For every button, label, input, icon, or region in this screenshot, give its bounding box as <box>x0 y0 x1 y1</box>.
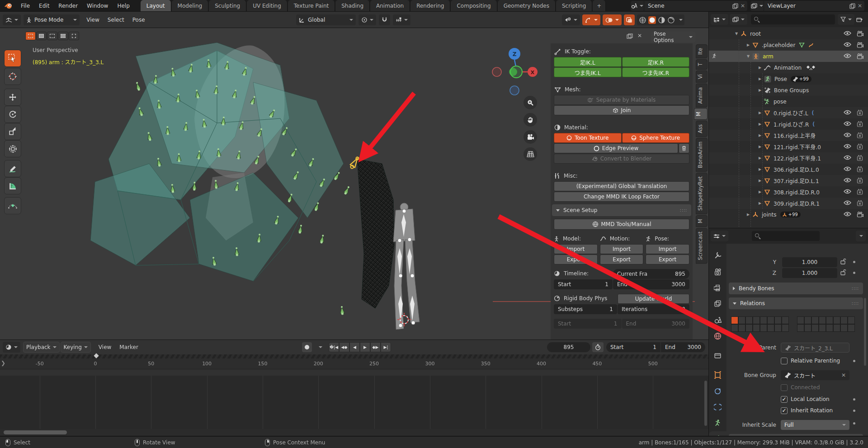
tool-pose-breakdowner[interactable] <box>4 197 21 214</box>
hide-eye-icon[interactable] <box>844 53 851 59</box>
outliner-row[interactable]: ▶116.rigid.上半身 <box>709 130 868 141</box>
hide-eye-icon[interactable] <box>844 121 851 127</box>
render-disabled-icon[interactable] <box>857 121 863 127</box>
outliner-display-mode-dropdown[interactable] <box>711 14 728 25</box>
properties-tab-bone[interactable] <box>709 431 726 436</box>
outliner-item-label[interactable]: pose <box>774 99 787 105</box>
workspace-tab[interactable]: UV Editing <box>247 0 288 12</box>
properties-tab-viewlayer[interactable] <box>709 296 726 311</box>
bone-layer-cell[interactable] <box>753 316 760 324</box>
ik-leg-r-button[interactable]: 足IK.R <box>622 57 690 67</box>
bone-layer-cell[interactable] <box>848 324 855 332</box>
outliner-row[interactable]: ▶.placeholder <box>709 39 868 51</box>
tool-transform[interactable] <box>4 140 21 157</box>
topbar-menu-item[interactable]: Help <box>113 0 134 12</box>
snap-magnet-icon[interactable] <box>379 14 390 25</box>
scene-unlink-icon[interactable]: ✕ <box>738 3 747 9</box>
workspace-tab[interactable]: Texture Paint <box>288 0 335 12</box>
disclosure-icon[interactable]: ▶ <box>758 190 762 194</box>
bone-layer-cell[interactable] <box>826 316 833 324</box>
outliner-search-input[interactable] <box>751 14 835 24</box>
npanel-tab[interactable]: M <box>694 108 708 120</box>
separate-by-materials-button[interactable]: Separate by Materials <box>554 95 689 105</box>
disclosure-icon[interactable]: ▼ <box>746 54 750 58</box>
play-button[interactable]: ▶ <box>360 342 370 352</box>
bone-group-field[interactable]: スカート ✕ <box>781 370 849 380</box>
viewport-menu-item[interactable]: Select <box>104 17 128 23</box>
timeline-vscrollbar[interactable] <box>704 381 707 426</box>
timeline-tracks[interactable] <box>0 376 709 429</box>
timeline-view-menu[interactable]: View <box>94 344 115 350</box>
mmd-manual-button[interactable]: MMD Tools/Manual <box>554 219 689 230</box>
parent-field[interactable]: スカート_2_3.L <box>781 343 849 353</box>
outliner-item-label[interactable]: 306.rigid.足D.L.0 <box>774 165 819 173</box>
channel-expand-icon[interactable]: ❯ <box>1 360 5 366</box>
substeps-field[interactable]: Substeps1 <box>554 304 617 314</box>
inherit-scale-dot[interactable] <box>853 422 855 424</box>
outliner-item-label[interactable]: 308.rigid.足D.R.0 <box>774 188 820 196</box>
pose-options-dropdown[interactable]: Pose Options <box>651 32 695 42</box>
outliner-row[interactable]: ▶Bone Groups <box>709 85 868 96</box>
select-mode-extend[interactable] <box>36 32 47 40</box>
properties-tab-render[interactable] <box>709 264 726 279</box>
outliner-search[interactable] <box>751 14 835 24</box>
bone-layer-cell[interactable] <box>745 324 753 332</box>
properties-search-input[interactable] <box>752 231 820 241</box>
connected-checkbox[interactable] <box>781 384 788 391</box>
hide-eye-icon[interactable] <box>844 212 851 217</box>
outliner-row[interactable]: pose <box>709 96 868 107</box>
viewlayer-selector[interactable]: ViewLayer ✕ <box>750 1 864 11</box>
outliner-row[interactable]: ▶1.rigid.ひざ.R( <box>709 118 868 130</box>
bone-layer-cell[interactable] <box>782 324 789 332</box>
properties-tab-object[interactable] <box>709 368 726 382</box>
disclosure-icon[interactable]: ▶ <box>746 212 750 217</box>
outliner-row[interactable]: ▼root <box>709 28 868 39</box>
ik-toe-l-button[interactable]: つま先IK.L <box>554 67 622 77</box>
camera-view-button[interactable] <box>524 130 537 144</box>
bone-layer-cell[interactable] <box>731 316 738 324</box>
outliner-row[interactable]: ▶306.rigid.足D.L.0 <box>709 164 868 175</box>
outliner-filter-dropdown[interactable] <box>838 14 854 25</box>
npanel-tab[interactable]: Ass <box>696 121 708 137</box>
render-camera-icon[interactable] <box>857 31 863 37</box>
disclosure-icon[interactable]: ▶ <box>758 133 762 137</box>
shading-material-icon[interactable] <box>658 16 665 24</box>
properties-tab-collection[interactable] <box>709 348 726 363</box>
hide-eye-icon[interactable] <box>844 155 851 161</box>
outliner-item-label[interactable]: Bone Groups <box>774 87 809 94</box>
outliner-row[interactable]: ▶122.rigid.下半身.1 <box>709 152 868 164</box>
npanel-tab[interactable]: T <box>696 59 708 70</box>
scale-y-field[interactable]: 1.000 <box>782 257 837 267</box>
disclosure-icon[interactable]: ▶ <box>758 122 762 126</box>
timeline-end-field[interactable]: End3000 <box>661 342 705 352</box>
bone-layer-cell[interactable] <box>840 316 848 324</box>
viewlayer-icon[interactable] <box>750 1 764 11</box>
bone-layer-cell[interactable] <box>760 324 767 332</box>
jump-to-end-button[interactable]: ▶| <box>381 342 391 352</box>
animate-z-dot[interactable] <box>853 272 855 274</box>
disclosure-icon[interactable]: ▶ <box>758 179 762 183</box>
workspace-tab[interactable]: Layout <box>141 0 171 12</box>
toon-texture-button[interactable]: Toon Texture <box>554 133 622 143</box>
scene-setup-panel-header[interactable]: Scene Setup:::: <box>552 204 691 216</box>
relative-parenting-checkbox[interactable] <box>781 358 788 364</box>
sphere-texture-button[interactable]: Sphere Texture <box>622 133 690 143</box>
next-keyframe-button[interactable]: ◆▶ <box>370 342 381 352</box>
play-reverse-button[interactable]: ◀ <box>349 342 360 352</box>
scene-selector[interactable]: Scene ✕ <box>631 1 747 11</box>
npanel-tab[interactable]: M <box>696 215 708 227</box>
render-camera-icon[interactable] <box>857 42 863 48</box>
outliner-filter-id-dropdown[interactable] <box>730 14 747 25</box>
outliner-row[interactable]: ▶309.rigid.足D.R.1 <box>709 198 868 209</box>
bone-layer-cell[interactable] <box>738 316 745 324</box>
gizmos-toggle[interactable] <box>582 14 600 25</box>
inherit-rotation-checkbox[interactable]: ✓ <box>781 407 788 414</box>
workspace-tab[interactable]: Geometry Nodes <box>498 0 556 12</box>
disclosure-icon[interactable]: ▶ <box>758 156 762 160</box>
bone-layer-cell[interactable] <box>753 324 760 332</box>
render-camera-icon[interactable] <box>857 212 863 217</box>
mode-dropdown[interactable]: Pose Mode <box>24 14 80 25</box>
tool-scale[interactable] <box>4 123 21 140</box>
bone-layer-cell[interactable] <box>826 324 833 332</box>
outliner-row[interactable]: ▶0.rigid.ひざ.L( <box>709 107 868 118</box>
